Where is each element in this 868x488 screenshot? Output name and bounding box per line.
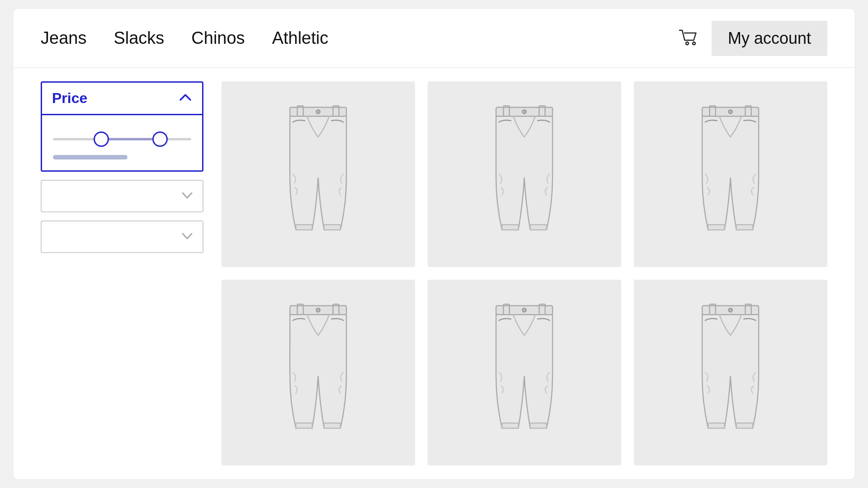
range-thumb-right[interactable] [152,131,168,147]
product-image-6 [677,298,783,447]
svg-rect-22 [736,225,753,230]
filter-3-chevron-down-icon [181,230,193,244]
product-card-2[interactable] [428,81,621,267]
svg-rect-15 [530,225,547,230]
product-grid [222,81,827,465]
product-card-5[interactable] [428,280,621,465]
product-image-2 [471,100,577,249]
nav-item-athletic[interactable]: Athletic [272,28,329,48]
header-actions: My account [675,21,827,56]
filter-2-chevron-down-icon [181,189,193,203]
filter-2[interactable] [41,180,203,212]
svg-rect-14 [502,225,519,230]
svg-rect-35 [502,423,519,428]
price-filter-header[interactable]: Price [42,83,202,115]
price-filter-body [42,115,202,170]
svg-rect-43 [736,423,753,428]
product-image-3 [677,100,783,249]
cart-icon [678,27,700,50]
price-range-slider[interactable] [53,128,191,150]
price-filter-label: Price [52,90,87,107]
svg-point-40 [729,308,732,312]
svg-point-1 [693,42,695,45]
product-image-1 [265,100,371,249]
svg-rect-21 [708,225,725,230]
product-card-4[interactable] [222,280,415,465]
nav-item-jeans[interactable]: Jeans [41,28,86,48]
product-image-4 [265,298,371,447]
sidebar: Price [41,81,203,465]
my-account-button[interactable]: My account [712,21,827,56]
svg-point-12 [523,110,526,113]
svg-point-33 [523,308,526,312]
cart-button[interactable] [675,25,703,52]
main-content: Price [14,68,854,479]
filter-3[interactable] [41,221,203,253]
svg-rect-29 [324,423,340,428]
svg-rect-36 [530,423,547,428]
product-image-5 [471,298,577,447]
svg-rect-28 [296,423,312,428]
product-card-6[interactable] [634,280,827,465]
page-wrapper: Jeans Slacks Chinos Athletic My account … [14,9,854,479]
svg-point-5 [316,110,320,113]
header: Jeans Slacks Chinos Athletic My account [14,9,854,68]
svg-rect-7 [296,225,312,230]
product-card-1[interactable] [222,81,415,267]
range-bar-bottom [53,155,127,160]
price-filter: Price [41,81,203,172]
nav-item-slacks[interactable]: Slacks [113,28,164,48]
nav-item-chinos[interactable]: Chinos [191,28,245,48]
svg-point-0 [686,42,689,45]
product-card-3[interactable] [634,81,827,267]
svg-point-19 [729,110,732,113]
price-filter-chevron-up-icon [179,91,192,106]
range-thumb-left[interactable] [94,131,109,147]
svg-rect-42 [708,423,725,428]
svg-point-26 [316,308,320,312]
main-nav: Jeans Slacks Chinos Athletic [41,28,675,48]
svg-rect-8 [324,225,340,230]
